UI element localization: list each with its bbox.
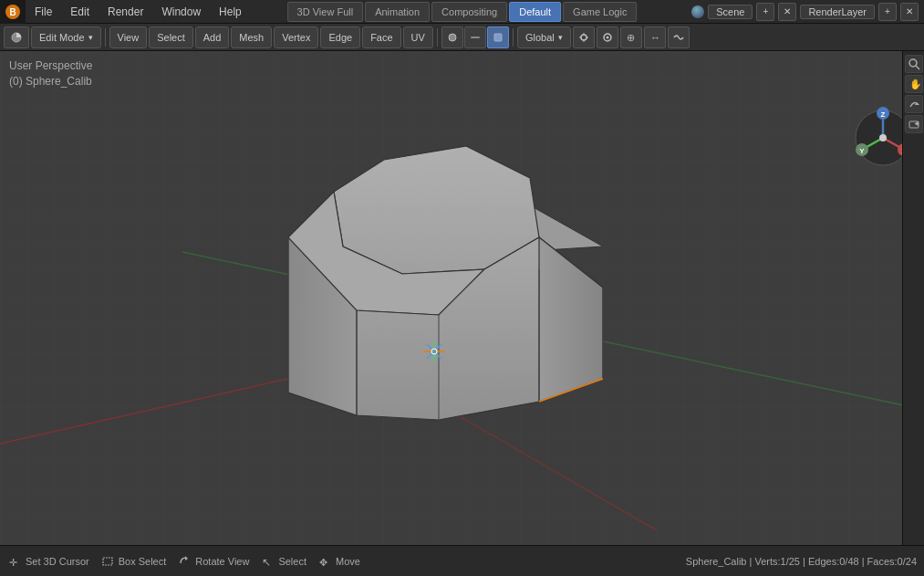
tab-compositing[interactable]: Compositing bbox=[431, 2, 507, 22]
scene-delete-btn[interactable]: ✕ bbox=[778, 3, 796, 21]
set-cursor-label: Set 3D Cursor bbox=[26, 556, 89, 567]
transform-arrow: ▾ bbox=[558, 33, 563, 42]
svg-text:Y: Y bbox=[859, 147, 865, 155]
editor-toolbar: Edit Mode ▾ View Select Add Mesh Vertex … bbox=[0, 24, 924, 51]
transform-dropdown[interactable]: Global ▾ bbox=[517, 26, 571, 48]
svg-rect-5 bbox=[494, 34, 502, 41]
move-label: Move bbox=[336, 556, 360, 567]
pivot-icon[interactable]: ⊕ bbox=[620, 26, 642, 48]
add-menu[interactable]: Add bbox=[195, 26, 230, 48]
wave-icon[interactable] bbox=[668, 26, 690, 48]
box-select-status: Box Select bbox=[100, 554, 167, 569]
svg-text:↔: ↔ bbox=[650, 32, 660, 43]
svg-text:✋: ✋ bbox=[909, 78, 920, 90]
pan-icon[interactable]: ✋ bbox=[905, 75, 923, 93]
svg-point-3 bbox=[449, 34, 456, 41]
select-label: Select bbox=[278, 556, 306, 567]
cursor-icon: ✛ bbox=[7, 554, 22, 569]
rotate-view-status: Rotate View bbox=[177, 554, 249, 569]
select-status: ↖ Select bbox=[260, 554, 306, 569]
set-3d-cursor-status: ✛ Set 3D Cursor bbox=[7, 554, 89, 569]
svg-text:B: B bbox=[9, 7, 16, 17]
svg-point-6 bbox=[581, 35, 587, 40]
renderlayer-name[interactable]: RenderLayer bbox=[800, 5, 875, 19]
proportional-edit-icon[interactable] bbox=[597, 26, 618, 48]
orbit-icon[interactable] bbox=[905, 95, 923, 113]
select-icon: ↖ bbox=[260, 554, 275, 569]
camera-icon[interactable] bbox=[905, 115, 923, 133]
menu-edit[interactable]: Edit bbox=[61, 0, 99, 23]
svg-marker-53 bbox=[185, 556, 188, 560]
rotate-view-icon bbox=[177, 554, 192, 569]
svg-text:Z: Z bbox=[881, 110, 886, 119]
svg-text:↖: ↖ bbox=[262, 556, 271, 568]
svg-rect-4 bbox=[471, 37, 480, 38]
rotate-view-label: Rotate View bbox=[195, 556, 249, 567]
svg-text:✥: ✥ bbox=[319, 557, 327, 568]
menu-right-area: Scene + ✕ RenderLayer + ✕ bbox=[691, 3, 924, 21]
shading-icons bbox=[441, 26, 509, 48]
viewport-shading-icon[interactable] bbox=[4, 26, 29, 48]
svg-line-46 bbox=[916, 66, 919, 69]
menu-help[interactable]: Help bbox=[210, 0, 251, 23]
vertex-menu[interactable]: Vertex bbox=[274, 26, 318, 48]
face-menu[interactable]: Face bbox=[362, 26, 400, 48]
move-status: ✥ Move bbox=[317, 554, 360, 569]
right-panel: ✋ bbox=[902, 51, 924, 545]
edge-select-icon[interactable] bbox=[464, 26, 486, 48]
move-status-icon: ✥ bbox=[317, 554, 332, 569]
snap-icon[interactable] bbox=[573, 26, 595, 48]
blender-logo: B bbox=[0, 0, 26, 24]
tab-animation[interactable]: Animation bbox=[365, 2, 430, 22]
face-select-icon[interactable] bbox=[487, 26, 509, 48]
workspace-tabs: 3D View Full Animation Compositing Defau… bbox=[287, 2, 638, 22]
mode-dropdown-arrow: ▾ bbox=[88, 33, 93, 42]
mode-label: Edit Mode bbox=[39, 32, 85, 43]
sep1 bbox=[105, 28, 106, 47]
select-menu[interactable]: Select bbox=[149, 26, 193, 48]
box-select-icon bbox=[100, 554, 115, 569]
svg-text:✛: ✛ bbox=[9, 557, 17, 568]
tab-default[interactable]: Default bbox=[509, 2, 561, 22]
tab-gamelogic[interactable]: Game Logic bbox=[563, 2, 637, 22]
uv-menu[interactable]: UV bbox=[403, 26, 433, 48]
zoom-extents-icon[interactable] bbox=[905, 55, 923, 73]
3d-viewport[interactable]: User Perspective (0) Sphere_Calib Z X Y bbox=[0, 51, 924, 545]
renderlayer-delete-btn[interactable]: ✕ bbox=[900, 3, 919, 21]
menu-file[interactable]: File bbox=[26, 0, 61, 23]
3d-object bbox=[202, 78, 676, 479]
menu-window[interactable]: Window bbox=[152, 0, 210, 23]
mode-dropdown[interactable]: Edit Mode ▾ bbox=[31, 26, 101, 48]
box-select-label: Box Select bbox=[119, 556, 167, 567]
scene-add-btn[interactable]: + bbox=[756, 3, 774, 21]
view-menu[interactable]: View bbox=[109, 26, 148, 48]
svg-marker-50 bbox=[915, 121, 919, 126]
menu-render[interactable]: Render bbox=[99, 0, 152, 23]
renderlayer-add-btn[interactable]: + bbox=[878, 3, 897, 21]
vertex-select-icon[interactable] bbox=[441, 26, 463, 48]
tab-3dviewfull[interactable]: 3D View Full bbox=[287, 2, 364, 22]
status-bar: ✛ Set 3D Cursor Box Select Rotate View ↖… bbox=[0, 545, 924, 576]
sep2 bbox=[437, 28, 438, 47]
mesh-menu[interactable]: Mesh bbox=[231, 26, 272, 48]
svg-text:⊕: ⊕ bbox=[627, 32, 635, 43]
move-icon[interactable]: ↔ bbox=[644, 26, 666, 48]
transform-label: Global bbox=[525, 32, 555, 43]
svg-point-45 bbox=[909, 59, 917, 67]
mesh-stats: Sphere_Calib | Verts:1/25 | Edges:0/48 |… bbox=[686, 556, 917, 567]
svg-point-8 bbox=[606, 36, 608, 38]
sep3 bbox=[513, 28, 514, 47]
user-avatar bbox=[691, 5, 704, 18]
edge-menu[interactable]: Edge bbox=[320, 26, 360, 48]
svg-marker-22 bbox=[539, 237, 603, 402]
scene-name[interactable]: Scene bbox=[708, 5, 753, 19]
svg-point-44 bbox=[879, 134, 887, 141]
top-menu-bar: B File Edit Render Window Help 3D View F… bbox=[0, 0, 924, 24]
svg-rect-52 bbox=[103, 558, 112, 565]
